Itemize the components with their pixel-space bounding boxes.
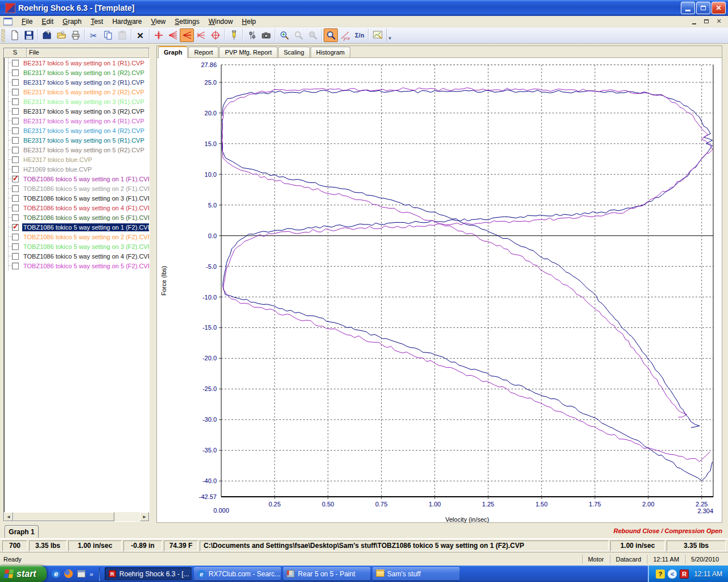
toolbar-drag-handle[interactable] [1, 29, 5, 42]
file-row[interactable]: BE2317 tokico 5 way setting on 4 (R1).CV… [4, 116, 149, 126]
horizontal-scrollbar[interactable]: ◄ ► [4, 512, 149, 521]
close-button[interactable]: ✕ [712, 2, 726, 14]
copy-icon[interactable] [101, 28, 115, 42]
panel-splitter[interactable] [150, 44, 156, 538]
print-preview-icon[interactable] [40, 28, 54, 42]
file-checkbox[interactable] [12, 79, 19, 86]
internet-explorer-icon[interactable]: e [51, 569, 61, 579]
mdi-minimize-button[interactable] [689, 18, 698, 26]
file-row[interactable]: TOBZ1086 tokico 5 way setting on 5 (F1).… [4, 213, 149, 222]
document-icon[interactable] [3, 18, 13, 26]
save-icon[interactable] [22, 28, 36, 42]
file-row[interactable]: TOBZ1086 tokico 5 way setting on 5 (F2).… [4, 261, 149, 271]
file-checkbox[interactable] [12, 263, 19, 269]
file-checkbox[interactable] [12, 69, 19, 76]
menu-view[interactable]: View [146, 16, 170, 27]
file-row[interactable]: TOBZ1086 tokico 5 way setting on 4 (F1).… [4, 203, 149, 213]
file-row[interactable]: HZ1069 tokico blue.CVP [4, 164, 149, 174]
zoom-in-icon[interactable] [277, 28, 291, 42]
menu-window[interactable]: Window [204, 16, 238, 27]
cut-icon[interactable]: ✂ [86, 28, 101, 42]
open-file-icon[interactable] [54, 28, 68, 42]
file-checkbox[interactable] [12, 253, 19, 260]
graph-settings-icon[interactable] [370, 28, 384, 42]
overlay-yx-icon[interactable]: y=x [338, 28, 352, 42]
tab-pvp-mfg-report[interactable]: PVP Mfg. Report [219, 47, 277, 57]
adjust-slider-icon[interactable] [245, 28, 259, 42]
tab-histogram[interactable]: Histogram [311, 47, 350, 57]
taskbar-button[interactable]: Sam's stuff [373, 567, 460, 580]
file-row[interactable]: ✓TOBZ1086 tokico 5 way setting on 1 (F1)… [4, 174, 149, 184]
file-row[interactable]: TOBZ1086 tokico 5 way setting on 3 (F2).… [4, 242, 149, 251]
start-button[interactable]: start [0, 566, 47, 582]
file-row[interactable]: ✓TOBZ1086 tokico 5 way setting on 1 (F2)… [4, 222, 149, 232]
file-row[interactable]: BE2317 tokico 5 way setting on 5 (R1).CV… [4, 135, 149, 145]
file-checkbox[interactable]: ✓ [12, 176, 19, 182]
scrollbar-track[interactable] [114, 512, 140, 521]
file-checkbox[interactable] [12, 243, 19, 250]
print-icon[interactable] [68, 28, 82, 42]
file-checkbox[interactable] [12, 234, 19, 240]
tab-scaling[interactable]: Scaling [278, 47, 310, 57]
file-checkbox[interactable] [12, 108, 19, 115]
file-row[interactable]: BE2317 tokico 5 way setting on 2 (R1).CV… [4, 77, 149, 87]
tab-graph[interactable]: Graph [158, 46, 188, 58]
file-row[interactable]: BE2317 tokico 5 way setting on 1 (R1).CV… [4, 58, 149, 68]
file-row[interactable]: BE2317 tokico 5 way setting on 3 (R2).CV… [4, 106, 149, 116]
zoom-window-icon[interactable] [305, 28, 320, 42]
file-checkbox[interactable] [12, 147, 19, 153]
taskbar-button[interactable]: Rear 5 on 5 - Paint [283, 567, 370, 580]
file-row[interactable]: BE2317 tokico 5 way setting on 3 (R1).CV… [4, 97, 149, 106]
menu-settings[interactable]: Settings [170, 16, 204, 27]
file-row[interactable]: TOBZ1086 tokico 5 way setting on 2 (F1).… [4, 184, 149, 193]
file-checkbox[interactable] [12, 205, 19, 211]
curve-fan-select-icon[interactable] [180, 28, 194, 42]
file-checkbox[interactable] [12, 89, 19, 95]
delete-icon[interactable]: ✕ [133, 28, 147, 42]
taskbar-button[interactable]: eRX7Club.com - Searc... [194, 567, 281, 580]
circle-cursor-icon[interactable] [208, 28, 222, 42]
menu-test[interactable]: Test [86, 16, 107, 27]
file-row[interactable]: TOBZ1086 tokico 5 way setting on 3 (F1).… [4, 193, 149, 203]
file-checkbox[interactable] [12, 214, 19, 221]
mdi-restore-button[interactable] [702, 18, 711, 26]
file-checkbox[interactable] [12, 185, 19, 192]
minimize-button[interactable] [681, 2, 695, 14]
file-checkbox[interactable] [12, 166, 19, 173]
menu-file[interactable]: File [17, 16, 37, 27]
tab-report[interactable]: Report [188, 47, 218, 57]
column-header-s[interactable]: S [4, 48, 27, 57]
quicklaunch-overflow-chevron[interactable]: » [90, 571, 93, 577]
help-question-tray-icon[interactable]: ? [656, 569, 665, 579]
menu-help[interactable]: Help [237, 16, 260, 27]
roehrig-tray-icon[interactable]: R [680, 569, 689, 579]
file-checkbox[interactable] [12, 118, 19, 124]
taskbar-button[interactable]: RRoehrig Shock 6.3 - [... [105, 567, 192, 580]
file-checkbox[interactable]: ✓ [12, 224, 19, 231]
menu-edit[interactable]: Edit [37, 16, 58, 27]
crosshair-cursor-icon[interactable] [151, 28, 166, 42]
scroll-right-arrow[interactable]: ► [140, 512, 149, 521]
file-checkbox[interactable] [12, 156, 19, 163]
zoom-mode-icon[interactable] [324, 28, 338, 42]
file-checkbox[interactable] [12, 137, 19, 144]
file-checkbox[interactable] [12, 98, 19, 105]
app-window-icon[interactable] [76, 569, 86, 579]
toolbar-overflow-chevron[interactable]: ▾ [386, 28, 393, 42]
graph1-bottom-tab[interactable]: Graph 1 [5, 525, 39, 538]
restore-button[interactable] [696, 2, 710, 14]
file-checkbox[interactable] [12, 127, 19, 134]
file-row[interactable]: HE2317 tokico blue.CVP [4, 155, 149, 164]
plot-area[interactable]: 25.020.015.010.05.00.0-5.0-10.0-15.0-20.… [157, 58, 722, 522]
average-sigma-icon[interactable]: Σ/n [352, 28, 366, 42]
new-document-icon[interactable] [7, 28, 22, 42]
camera-icon[interactable] [259, 28, 273, 42]
file-row[interactable]: TOBZ1086 tokico 5 way setting on 2 (F2).… [4, 232, 149, 242]
file-row[interactable]: BE2317 tokico 5 way setting on 1 (R2).CV… [4, 68, 149, 77]
file-row[interactable]: BE2317 tokico 5 way setting on 4 (R2).CV… [4, 126, 149, 135]
file-row[interactable]: TOBZ1086 tokico 5 way setting on 4 (F2).… [4, 251, 149, 261]
column-header-file[interactable]: File [27, 48, 149, 57]
file-checkbox[interactable] [12, 195, 19, 202]
file-checkbox[interactable] [12, 60, 19, 66]
file-row[interactable]: BE2317 tokico 5 way setting on 5 (R2).CV… [4, 145, 149, 155]
